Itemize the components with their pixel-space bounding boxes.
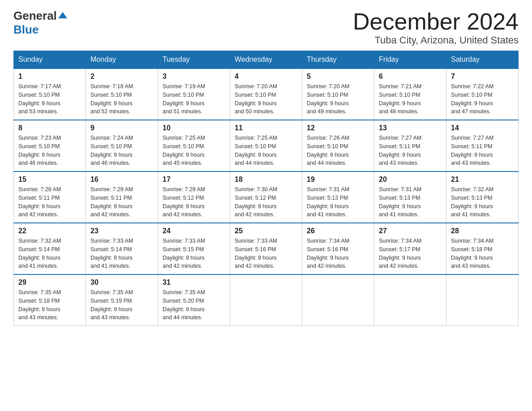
calendar-week-row: 22 Sunrise: 7:32 AM Sunset: 5:14 PM Dayl… <box>14 223 519 274</box>
day-number: 6 <box>379 73 442 81</box>
calendar-cell: 1 Sunrise: 7:17 AM Sunset: 5:10 PM Dayli… <box>14 68 86 120</box>
day-info: Sunrise: 7:24 AM Sunset: 5:10 PM Dayligh… <box>90 134 153 167</box>
day-number: 23 <box>90 227 153 235</box>
calendar-cell: 31 Sunrise: 7:35 AM Sunset: 5:20 PM Dayl… <box>158 274 230 326</box>
calendar-cell: 30 Sunrise: 7:35 AM Sunset: 5:19 PM Dayl… <box>86 274 158 326</box>
page-header: General Blue December 2024 Tuba City, Ar… <box>13 9 519 46</box>
month-title: December 2024 <box>353 9 519 34</box>
day-info: Sunrise: 7:32 AM Sunset: 5:13 PM Dayligh… <box>451 185 514 219</box>
day-number: 16 <box>90 176 153 184</box>
calendar-cell <box>230 274 302 326</box>
day-number: 22 <box>18 227 81 235</box>
calendar-week-row: 1 Sunrise: 7:17 AM Sunset: 5:10 PM Dayli… <box>14 68 519 120</box>
calendar-cell <box>446 274 519 326</box>
calendar-cell: 4 Sunrise: 7:20 AM Sunset: 5:10 PM Dayli… <box>230 68 302 120</box>
day-number: 5 <box>307 73 369 81</box>
day-info: Sunrise: 7:21 AM Sunset: 5:10 PM Dayligh… <box>379 82 442 116</box>
day-number: 11 <box>235 124 297 132</box>
day-number: 1 <box>18 73 81 81</box>
day-info: Sunrise: 7:25 AM Sunset: 5:10 PM Dayligh… <box>235 134 297 167</box>
day-info: Sunrise: 7:25 AM Sunset: 5:10 PM Dayligh… <box>163 134 225 167</box>
calendar-cell: 9 Sunrise: 7:24 AM Sunset: 5:10 PM Dayli… <box>86 120 158 171</box>
day-info: Sunrise: 7:33 AM Sunset: 5:14 PM Dayligh… <box>90 237 153 270</box>
day-info: Sunrise: 7:22 AM Sunset: 5:10 PM Dayligh… <box>451 82 514 116</box>
calendar-cell: 18 Sunrise: 7:30 AM Sunset: 5:12 PM Dayl… <box>230 171 302 223</box>
calendar-cell: 17 Sunrise: 7:29 AM Sunset: 5:12 PM Dayl… <box>158 171 230 223</box>
calendar-cell: 20 Sunrise: 7:31 AM Sunset: 5:13 PM Dayl… <box>374 171 446 223</box>
calendar-cell: 13 Sunrise: 7:27 AM Sunset: 5:11 PM Dayl… <box>374 120 446 171</box>
calendar-cell: 16 Sunrise: 7:29 AM Sunset: 5:11 PM Dayl… <box>86 171 158 223</box>
day-number: 25 <box>235 227 297 235</box>
day-info: Sunrise: 7:35 AM Sunset: 5:18 PM Dayligh… <box>18 288 81 322</box>
day-info: Sunrise: 7:29 AM Sunset: 5:11 PM Dayligh… <box>90 185 153 219</box>
location-title: Tuba City, Arizona, United States <box>353 34 519 46</box>
logo: General Blue <box>13 9 68 37</box>
day-info: Sunrise: 7:34 AM Sunset: 5:16 PM Dayligh… <box>307 237 369 270</box>
day-number: 19 <box>307 176 369 184</box>
calendar-cell <box>302 274 374 326</box>
calendar-cell: 10 Sunrise: 7:25 AM Sunset: 5:10 PM Dayl… <box>158 120 230 171</box>
day-number: 2 <box>90 73 153 81</box>
day-number: 20 <box>379 176 442 184</box>
calendar-cell: 23 Sunrise: 7:33 AM Sunset: 5:14 PM Dayl… <box>86 223 158 274</box>
day-info: Sunrise: 7:31 AM Sunset: 5:13 PM Dayligh… <box>307 185 369 219</box>
day-info: Sunrise: 7:26 AM Sunset: 5:10 PM Dayligh… <box>307 134 369 167</box>
day-number: 14 <box>451 124 514 132</box>
calendar-header-row: SundayMondayTuesdayWednesdayThursdayFrid… <box>14 51 519 69</box>
logo-arrow-icon <box>58 10 68 22</box>
calendar-cell: 8 Sunrise: 7:23 AM Sunset: 5:10 PM Dayli… <box>14 120 86 171</box>
calendar-week-row: 8 Sunrise: 7:23 AM Sunset: 5:10 PM Dayli… <box>14 120 519 171</box>
day-of-week-header: Thursday <box>302 51 374 69</box>
calendar-cell: 6 Sunrise: 7:21 AM Sunset: 5:10 PM Dayli… <box>374 68 446 120</box>
calendar-cell: 2 Sunrise: 7:18 AM Sunset: 5:10 PM Dayli… <box>86 68 158 120</box>
day-number: 4 <box>235 73 297 81</box>
calendar-cell: 3 Sunrise: 7:19 AM Sunset: 5:10 PM Dayli… <box>158 68 230 120</box>
day-of-week-header: Sunday <box>14 51 86 69</box>
day-info: Sunrise: 7:28 AM Sunset: 5:11 PM Dayligh… <box>18 185 81 219</box>
day-info: Sunrise: 7:33 AM Sunset: 5:16 PM Dayligh… <box>235 237 297 270</box>
logo-blue-text: Blue <box>13 23 39 37</box>
day-info: Sunrise: 7:19 AM Sunset: 5:10 PM Dayligh… <box>163 82 225 116</box>
day-info: Sunrise: 7:35 AM Sunset: 5:19 PM Dayligh… <box>90 288 153 322</box>
day-info: Sunrise: 7:32 AM Sunset: 5:14 PM Dayligh… <box>18 237 81 270</box>
calendar-cell: 22 Sunrise: 7:32 AM Sunset: 5:14 PM Dayl… <box>14 223 86 274</box>
day-number: 15 <box>18 176 81 184</box>
day-number: 29 <box>18 278 81 287</box>
calendar-cell: 29 Sunrise: 7:35 AM Sunset: 5:18 PM Dayl… <box>14 274 86 326</box>
calendar-week-row: 29 Sunrise: 7:35 AM Sunset: 5:18 PM Dayl… <box>14 274 519 326</box>
calendar-cell: 25 Sunrise: 7:33 AM Sunset: 5:16 PM Dayl… <box>230 223 302 274</box>
calendar-cell: 14 Sunrise: 7:27 AM Sunset: 5:11 PM Dayl… <box>446 120 519 171</box>
day-of-week-header: Friday <box>374 51 446 69</box>
day-of-week-header: Tuesday <box>158 51 230 69</box>
day-info: Sunrise: 7:20 AM Sunset: 5:10 PM Dayligh… <box>307 82 369 116</box>
day-number: 18 <box>235 176 297 184</box>
day-number: 8 <box>18 124 81 132</box>
day-number: 24 <box>163 227 225 235</box>
day-of-week-header: Saturday <box>446 51 519 69</box>
day-of-week-header: Monday <box>86 51 158 69</box>
calendar-cell <box>374 274 446 326</box>
day-info: Sunrise: 7:18 AM Sunset: 5:10 PM Dayligh… <box>90 82 153 116</box>
day-of-week-header: Wednesday <box>230 51 302 69</box>
day-number: 10 <box>163 124 225 132</box>
day-number: 12 <box>307 124 369 132</box>
day-info: Sunrise: 7:17 AM Sunset: 5:10 PM Dayligh… <box>18 82 81 116</box>
calendar-cell: 7 Sunrise: 7:22 AM Sunset: 5:10 PM Dayli… <box>446 68 519 120</box>
day-number: 30 <box>90 278 153 287</box>
day-info: Sunrise: 7:29 AM Sunset: 5:12 PM Dayligh… <box>163 185 225 219</box>
day-number: 28 <box>451 227 514 235</box>
calendar-cell: 12 Sunrise: 7:26 AM Sunset: 5:10 PM Dayl… <box>302 120 374 171</box>
day-number: 26 <box>307 227 369 235</box>
day-number: 21 <box>451 176 514 184</box>
calendar-week-row: 15 Sunrise: 7:28 AM Sunset: 5:11 PM Dayl… <box>14 171 519 223</box>
calendar-cell: 15 Sunrise: 7:28 AM Sunset: 5:11 PM Dayl… <box>14 171 86 223</box>
calendar-cell: 24 Sunrise: 7:33 AM Sunset: 5:15 PM Dayl… <box>158 223 230 274</box>
day-info: Sunrise: 7:33 AM Sunset: 5:15 PM Dayligh… <box>163 237 225 270</box>
day-number: 13 <box>379 124 442 132</box>
day-info: Sunrise: 7:34 AM Sunset: 5:18 PM Dayligh… <box>451 237 514 270</box>
calendar-cell: 27 Sunrise: 7:34 AM Sunset: 5:17 PM Dayl… <box>374 223 446 274</box>
day-number: 17 <box>163 176 225 184</box>
calendar-table: SundayMondayTuesdayWednesdayThursdayFrid… <box>13 51 519 326</box>
calendar-cell: 11 Sunrise: 7:25 AM Sunset: 5:10 PM Dayl… <box>230 120 302 171</box>
logo-general-text: General <box>13 9 57 23</box>
